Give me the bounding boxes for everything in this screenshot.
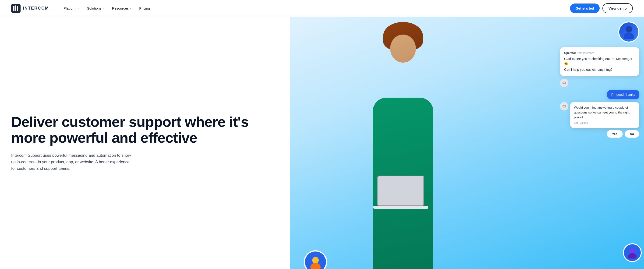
operator-message-2: Can I help you out with anything? [564,67,635,72]
operator-avatar [618,22,639,42]
bot-svg-1 [562,81,566,85]
get-started-button[interactable]: Get started [570,4,600,13]
chevron-down-icon: ▾ [130,7,131,10]
svg-point-12 [563,83,564,83]
nav-actions: Get started View demo [570,3,633,13]
avatar-bottom-right [623,243,642,262]
person-face [390,34,416,62]
chevron-down-icon: ▾ [102,7,104,10]
bot-timestamp: Bot · 2d ago. [574,121,636,125]
svg-point-17 [564,106,565,106]
svg-point-7 [628,253,636,258]
nav-links: Platform ▾ Solutions ▾ Resources ▾ Prici… [60,4,570,12]
person-art [359,17,448,269]
chevron-down-icon: ▾ [78,7,79,10]
hero-subtext: Intercom Support uses powerful messaging… [11,152,133,172]
logo-link[interactable]: INTERCOM [11,4,49,13]
person-laptop [377,176,424,206]
bot-icon-2 [560,102,568,110]
brand-name: INTERCOM [23,6,49,11]
no-button[interactable]: No [624,130,639,138]
top-avatar-row [560,22,639,42]
svg-point-13 [564,83,565,83]
bot-response-row: Would you mind answering a couple of que… [560,102,639,128]
bot-icon-row-1 [560,79,639,87]
chat-overlay: Operator from Intercom Glad to see you'r… [560,22,639,138]
operator-greeting-bubble: Operator from Intercom Glad to see you'r… [560,47,639,76]
bot-question-text: Would you mind answering a couple of que… [574,105,636,120]
nav-resources[interactable]: Resources ▾ [109,4,134,12]
navbar: INTERCOM Platform ▾ Solutions ▾ Resource… [0,0,644,17]
operator-message-1: Glad to see you're checking out the Mess… [564,56,635,66]
nav-platform[interactable]: Platform ▾ [60,4,82,12]
hero-headline: Deliver customer support where it's more… [11,114,278,146]
svg-point-6 [630,248,635,254]
nav-pricing[interactable]: Pricing [136,4,153,12]
bot-response-bubble: Would you mind answering a couple of que… [570,102,639,128]
yes-button[interactable]: Yes [607,130,622,138]
nav-solutions[interactable]: Solutions ▾ [84,4,107,12]
logo-icon [11,4,20,13]
svg-point-9 [624,32,634,39]
svg-rect-1 [13,6,14,11]
view-demo-button[interactable]: View demo [602,3,633,13]
svg-point-16 [563,106,564,106]
svg-rect-3 [17,6,18,11]
hero-section: Deliver customer support where it's more… [0,17,644,269]
svg-point-8 [626,26,632,32]
hero-right: Operator from Intercom Glad to see you'r… [290,17,644,269]
user-reply-bubble: I'm good, thanks [607,90,639,99]
bot-svg-2 [562,104,566,108]
person-image [297,17,509,269]
bot-icon-1 [560,79,568,87]
operator-label: Operator from Intercom [564,51,635,55]
hero-left: Deliver customer support where it's more… [0,17,290,269]
yes-no-row: Yes No [560,130,639,138]
svg-rect-2 [15,5,16,11]
